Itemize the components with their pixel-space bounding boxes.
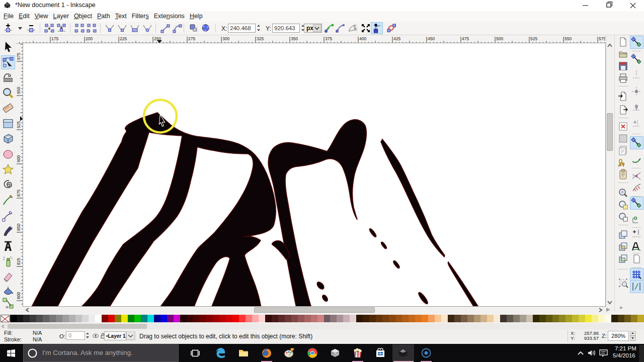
svg-text:275: 275: [188, 36, 195, 41]
svg-text:450: 450: [428, 36, 435, 41]
svg-text:875: 875: [16, 190, 21, 197]
svg-text:500: 500: [496, 36, 503, 41]
svg-text:575: 575: [599, 36, 605, 41]
svg-text:825: 825: [16, 258, 21, 265]
svg-text:475: 475: [462, 36, 469, 41]
svg-text:175: 175: [51, 36, 58, 41]
svg-text:325: 325: [257, 36, 264, 41]
svg-text:400: 400: [359, 36, 366, 41]
svg-text:375: 375: [325, 36, 332, 41]
svg-text:300: 300: [222, 36, 229, 41]
svg-text:350: 350: [291, 36, 298, 41]
svg-text:925: 925: [16, 121, 21, 128]
svg-text:425: 425: [393, 36, 400, 41]
svg-text:550: 550: [565, 36, 572, 41]
svg-text:900: 900: [16, 155, 21, 162]
svg-text:975: 975: [16, 53, 21, 60]
svg-text:850: 850: [16, 224, 21, 231]
svg-text:200: 200: [86, 36, 93, 41]
svg-text:525: 525: [530, 36, 537, 41]
svg-text:225: 225: [120, 36, 127, 41]
svg-text:950: 950: [16, 87, 21, 94]
svg-text:800: 800: [16, 292, 21, 299]
